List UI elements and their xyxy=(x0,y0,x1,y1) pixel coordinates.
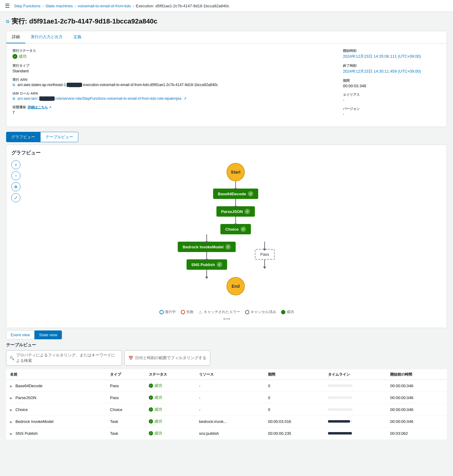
event-view-button[interactable]: Event view xyxy=(6,330,34,339)
zoom-out-button[interactable]: − xyxy=(11,171,20,180)
iam-arn-item: IAM ロール ARN ⧉ arn:aws:iam::████:role/ser… xyxy=(12,91,338,101)
breadcrumb-current: Execution: d5f91ae1-2c7b-4147-9d18-1bcca… xyxy=(136,4,229,8)
detail-left: 実行ステータス 成功 実行タイプ Standard 実行 ARN ⧉ arn:a… xyxy=(12,49,338,121)
iam-arn-text: arn:aws:iam::████:role/service-role/Step… xyxy=(17,96,181,101)
legend-running-label: 進行中 xyxy=(165,309,176,315)
duration-label: 期間 xyxy=(343,78,441,83)
state-trans-label: 状態遷移 詳細はこちら ↗ xyxy=(12,105,338,110)
cell-name: ▶ Base64Decode xyxy=(6,380,107,392)
cell-name: ▶ ParseJSON xyxy=(6,392,107,404)
cell-status: 成功 xyxy=(145,380,195,392)
cell-status: 成功 xyxy=(145,427,195,439)
cell-status: 成功 xyxy=(145,416,195,427)
col-timeline: タイムライン xyxy=(324,370,387,380)
cell-name: ▶ Choice xyxy=(6,404,107,416)
duration-item: 期間 00:00:03.348 xyxy=(343,78,441,88)
table-view-button[interactable]: テーブルビュー xyxy=(40,132,78,142)
table-row[interactable]: ▶ Choice Choice 成功 - 0 00:00:00.046 xyxy=(6,404,447,416)
table-row[interactable]: ▶ ParseJSON Pass 成功 - 0 00:00:00.046 xyxy=(6,392,447,404)
col-status: ステータス xyxy=(145,370,195,380)
nav-voicemail[interactable]: voicemail-to-email-sf-from-kds xyxy=(78,4,131,8)
copy-icon[interactable]: ⧉ xyxy=(6,19,9,24)
left-branch: Bedrock InvokeModel ✓ SNS Publish ✓ xyxy=(178,234,236,277)
cell-pretime: 00:00:00.046 xyxy=(387,404,447,416)
cell-resource: - xyxy=(195,404,264,416)
col-pretime: 開始前の時間 xyxy=(387,370,447,380)
divider-handle[interactable]: ⟺ xyxy=(11,315,442,323)
cell-pretime: 00:00:00.046 xyxy=(387,380,447,392)
legend-cancelled-label: キャンセル済み xyxy=(251,309,276,315)
state-view-button[interactable]: State view xyxy=(34,330,62,339)
end-node[interactable]: End xyxy=(226,277,245,295)
row-name-text: Base64Decode xyxy=(16,384,43,388)
legend-success-label: 成功 xyxy=(287,309,294,315)
arrow-4a xyxy=(206,234,207,242)
expand-icon[interactable]: ▶ xyxy=(10,384,12,388)
version-value: - xyxy=(343,112,441,116)
table-row[interactable]: ▶ Bedrock InvokeModel Task 成功 bedrock:in… xyxy=(6,416,447,427)
cell-name: ▶ SNS Publish xyxy=(6,427,107,439)
breadcrumb-sep-3: › xyxy=(133,4,134,8)
cell-type: Task xyxy=(106,416,145,427)
fit-button[interactable]: ⤢ xyxy=(11,193,20,202)
bottom-section: Event view State view テーブルビュー 🔍 プロパティによる… xyxy=(6,330,447,439)
expand-icon[interactable]: ▶ xyxy=(10,420,12,424)
table-header: 名前 タイプ ステータス リソース 期間 タイムライン 開始前の時間 xyxy=(6,370,447,380)
tab-detail[interactable]: 詳細 xyxy=(6,31,25,43)
sns-label: SNS Publish xyxy=(191,262,215,267)
cell-timeline xyxy=(324,392,387,404)
search-icon: 🔍 xyxy=(9,356,14,360)
cell-resource: bedrock:invok... xyxy=(195,416,264,427)
center-button[interactable]: ⊕ xyxy=(11,182,20,191)
state-trans-link[interactable]: 詳細はこちら xyxy=(28,105,48,109)
copy-arn-icon[interactable]: ⧉ xyxy=(12,83,15,87)
iam-arn-value[interactable]: ⧉ arn:aws:iam::████:role/service-role/St… xyxy=(12,96,338,101)
parsejson-check: ✓ xyxy=(244,209,250,214)
cell-type: Task xyxy=(106,427,145,439)
cell-duration: 00:00:03.016 xyxy=(264,416,324,427)
col-duration: 期間 xyxy=(264,370,324,380)
exec-status-value: 成功 xyxy=(12,54,338,59)
date-filter[interactable]: 📅 日付と時刻の範囲でフィルタリングする xyxy=(124,350,210,366)
tab-definition[interactable]: 定義 xyxy=(68,31,87,43)
arrow-3 xyxy=(235,217,236,224)
expand-icon[interactable]: ▶ xyxy=(10,432,12,435)
start-node[interactable]: Start xyxy=(226,163,245,181)
nav-step-functions[interactable]: Step Functions xyxy=(14,4,41,8)
col-name: 名前 xyxy=(6,370,107,380)
end-label: End xyxy=(232,284,240,289)
cell-pretime: 00:00:00.046 xyxy=(387,392,447,404)
table-row[interactable]: ▶ SNS Publish Task 成功 sns:publish 00:00:… xyxy=(6,427,447,439)
end-time-value: 2024年12月23日 14:35:11.459 (UTC+09:00) xyxy=(343,69,441,74)
expand-icon[interactable]: ▶ xyxy=(10,396,12,400)
cell-pretime: 00:03:062 xyxy=(387,427,447,439)
exec-status-item: 実行ステータス 成功 xyxy=(12,49,338,59)
legend-success: 成功 xyxy=(281,309,294,315)
alias-label: エイリアス xyxy=(343,92,441,97)
tab-io[interactable]: 実行の入力と出力 xyxy=(25,31,68,43)
zoom-in-button[interactable]: + xyxy=(11,160,20,169)
cell-status: 成功 xyxy=(145,404,195,416)
cell-resource: - xyxy=(195,392,264,404)
expand-icon[interactable]: ▶ xyxy=(10,408,12,412)
exec-arn-value: ⧉ arn:aws:states:ap-northeast-1:████:exe… xyxy=(12,83,338,87)
cell-duration: 0 xyxy=(264,404,324,416)
bottom-view-toggle: Event view State view xyxy=(6,330,447,339)
view-toggle: グラフビュー テーブルビュー xyxy=(6,132,447,142)
copy-iam-icon[interactable]: ⧉ xyxy=(12,96,15,101)
nav-state-machines[interactable]: State machines xyxy=(45,4,73,8)
bedrock-check: ✓ xyxy=(225,244,231,250)
legend-caught-label: キャッチされたエラー xyxy=(204,309,240,315)
legend-failed-label: 失敗 xyxy=(186,309,194,315)
base64decode-check: ✓ xyxy=(248,191,253,197)
graph-view-button[interactable]: グラフビュー xyxy=(6,132,40,142)
arn-text: arn:aws:states:ap-northeast-1:████:execu… xyxy=(17,83,218,87)
table-row[interactable]: ▶ Base64Decode Pass 成功 - 0 00:00:00.046 xyxy=(6,380,447,392)
external-link-icon: ↗ xyxy=(184,96,187,101)
calendar-icon: 📅 xyxy=(128,356,133,360)
exec-type-value: Standard xyxy=(12,69,338,73)
search-filter[interactable]: 🔍 プロパティによるフィルタリング、またはキーワードによる検索 xyxy=(6,350,122,366)
top-navigation: ☰ Step Functions › State machines › voic… xyxy=(0,0,453,12)
table-view-title: テーブルビュー xyxy=(6,342,447,348)
menu-icon[interactable]: ☰ xyxy=(5,2,10,9)
